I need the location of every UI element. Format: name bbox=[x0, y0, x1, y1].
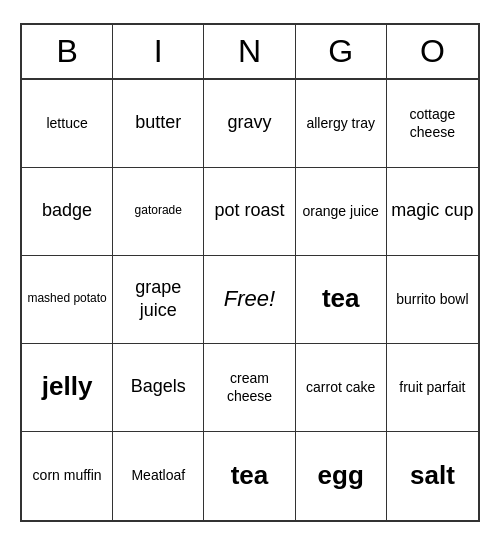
bingo-cell: jelly bbox=[22, 344, 113, 432]
bingo-cell: badge bbox=[22, 168, 113, 256]
bingo-cell: burrito bowl bbox=[387, 256, 478, 344]
header-letter: G bbox=[296, 25, 387, 78]
bingo-cell: cottage cheese bbox=[387, 80, 478, 168]
bingo-cell: magic cup bbox=[387, 168, 478, 256]
bingo-cell: tea bbox=[204, 432, 295, 520]
header-letter: N bbox=[204, 25, 295, 78]
bingo-cell: egg bbox=[296, 432, 387, 520]
bingo-cell: tea bbox=[296, 256, 387, 344]
bingo-cell: Meatloaf bbox=[113, 432, 204, 520]
bingo-cell: grape juice bbox=[113, 256, 204, 344]
bingo-cell: corn muffin bbox=[22, 432, 113, 520]
bingo-cell: Bagels bbox=[113, 344, 204, 432]
bingo-cell: cream cheese bbox=[204, 344, 295, 432]
bingo-cell: salt bbox=[387, 432, 478, 520]
header-letter: I bbox=[113, 25, 204, 78]
bingo-cell: gatorade bbox=[113, 168, 204, 256]
bingo-grid: lettucebuttergravyallergy traycottage ch… bbox=[22, 80, 478, 520]
bingo-card: BINGO lettucebuttergravyallergy traycott… bbox=[20, 23, 480, 522]
bingo-cell: carrot cake bbox=[296, 344, 387, 432]
bingo-cell: fruit parfait bbox=[387, 344, 478, 432]
bingo-cell: orange juice bbox=[296, 168, 387, 256]
header-letter: O bbox=[387, 25, 478, 78]
bingo-cell: lettuce bbox=[22, 80, 113, 168]
bingo-cell: mashed potato bbox=[22, 256, 113, 344]
bingo-cell: butter bbox=[113, 80, 204, 168]
bingo-cell: pot roast bbox=[204, 168, 295, 256]
bingo-header: BINGO bbox=[22, 25, 478, 80]
bingo-cell: Free! bbox=[204, 256, 295, 344]
header-letter: B bbox=[22, 25, 113, 78]
bingo-cell: allergy tray bbox=[296, 80, 387, 168]
bingo-cell: gravy bbox=[204, 80, 295, 168]
